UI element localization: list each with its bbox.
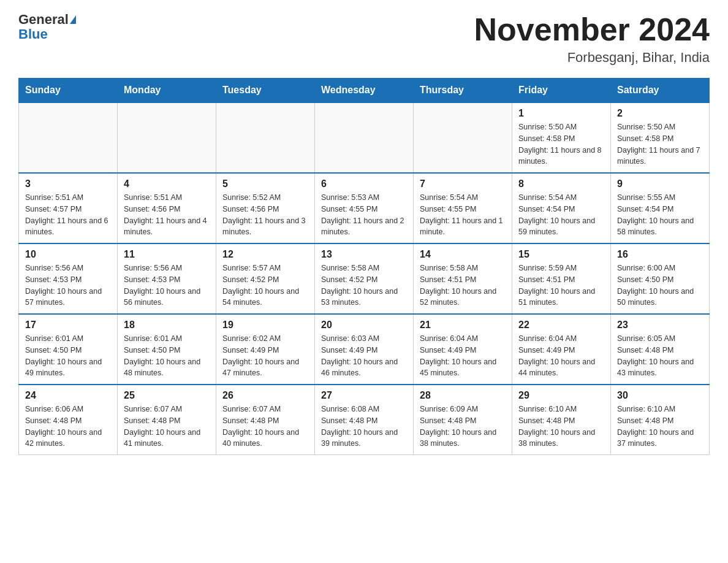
calendar-cell: 6Sunrise: 5:53 AM Sunset: 4:55 PM Daylig… <box>315 173 414 243</box>
calendar-header-wednesday: Wednesday <box>315 79 414 103</box>
calendar-cell: 10Sunrise: 5:56 AM Sunset: 4:53 PM Dayli… <box>19 243 118 314</box>
location-title: Forbesganj, Bihar, India <box>474 50 710 66</box>
calendar-cell <box>19 102 118 173</box>
day-info: Sunrise: 5:51 AM Sunset: 4:57 PM Dayligh… <box>25 192 111 238</box>
day-number: 24 <box>25 390 111 401</box>
calendar-header-friday: Friday <box>512 79 611 103</box>
calendar-cell: 7Sunrise: 5:54 AM Sunset: 4:55 PM Daylig… <box>414 173 512 243</box>
calendar-week-row: 24Sunrise: 6:06 AM Sunset: 4:48 PM Dayli… <box>19 385 710 455</box>
calendar-cell: 18Sunrise: 6:01 AM Sunset: 4:50 PM Dayli… <box>118 314 216 385</box>
day-number: 19 <box>222 320 308 331</box>
day-number: 3 <box>25 178 111 190</box>
day-number: 4 <box>124 178 210 190</box>
calendar-week-row: 17Sunrise: 6:01 AM Sunset: 4:50 PM Dayli… <box>19 314 710 385</box>
calendar-cell: 30Sunrise: 6:10 AM Sunset: 4:48 PM Dayli… <box>611 385 710 455</box>
day-number: 2 <box>617 108 703 119</box>
day-info: Sunrise: 6:08 AM Sunset: 4:48 PM Dayligh… <box>321 404 407 450</box>
title-area: November 2024 Forbesganj, Bihar, India <box>474 12 710 66</box>
calendar-cell <box>216 102 315 173</box>
calendar-cell: 9Sunrise: 5:55 AM Sunset: 4:54 PM Daylig… <box>611 173 710 243</box>
day-info: Sunrise: 6:10 AM Sunset: 4:48 PM Dayligh… <box>617 404 703 450</box>
calendar-cell: 22Sunrise: 6:04 AM Sunset: 4:49 PM Dayli… <box>512 314 611 385</box>
day-number: 26 <box>222 390 308 401</box>
page-header: General Blue November 2024 Forbesganj, B… <box>18 12 710 66</box>
calendar-header-saturday: Saturday <box>611 79 710 103</box>
day-info: Sunrise: 6:07 AM Sunset: 4:48 PM Dayligh… <box>124 404 210 450</box>
day-number: 18 <box>124 320 210 331</box>
calendar-cell: 3Sunrise: 5:51 AM Sunset: 4:57 PM Daylig… <box>19 173 118 243</box>
day-info: Sunrise: 5:58 AM Sunset: 4:51 PM Dayligh… <box>420 262 506 308</box>
day-info: Sunrise: 6:01 AM Sunset: 4:50 PM Dayligh… <box>124 333 210 379</box>
calendar-table: SundayMondayTuesdayWednesdayThursdayFrid… <box>18 78 710 455</box>
day-number: 25 <box>124 390 210 401</box>
day-number: 7 <box>420 178 506 190</box>
calendar-cell: 12Sunrise: 5:57 AM Sunset: 4:52 PM Dayli… <box>216 243 315 314</box>
day-info: Sunrise: 5:52 AM Sunset: 4:56 PM Dayligh… <box>222 192 308 238</box>
day-info: Sunrise: 6:04 AM Sunset: 4:49 PM Dayligh… <box>518 333 604 379</box>
day-info: Sunrise: 6:09 AM Sunset: 4:48 PM Dayligh… <box>420 404 506 450</box>
day-info: Sunrise: 5:50 AM Sunset: 4:58 PM Dayligh… <box>518 121 604 167</box>
calendar-cell: 27Sunrise: 6:08 AM Sunset: 4:48 PM Dayli… <box>315 385 414 455</box>
day-info: Sunrise: 5:57 AM Sunset: 4:52 PM Dayligh… <box>222 262 308 308</box>
calendar-cell <box>315 102 414 173</box>
calendar-cell: 19Sunrise: 6:02 AM Sunset: 4:49 PM Dayli… <box>216 314 315 385</box>
day-info: Sunrise: 6:00 AM Sunset: 4:50 PM Dayligh… <box>617 262 703 308</box>
day-info: Sunrise: 5:56 AM Sunset: 4:53 PM Dayligh… <box>25 262 111 308</box>
calendar-header-row: SundayMondayTuesdayWednesdayThursdayFrid… <box>19 79 710 103</box>
calendar-cell: 5Sunrise: 5:52 AM Sunset: 4:56 PM Daylig… <box>216 173 315 243</box>
logo: General Blue <box>18 12 76 42</box>
calendar-cell: 16Sunrise: 6:00 AM Sunset: 4:50 PM Dayli… <box>611 243 710 314</box>
calendar-header-monday: Monday <box>118 79 216 103</box>
logo-triangle-icon <box>70 15 76 24</box>
day-info: Sunrise: 6:01 AM Sunset: 4:50 PM Dayligh… <box>25 333 111 379</box>
day-number: 29 <box>518 390 604 401</box>
day-number: 8 <box>518 178 604 190</box>
day-info: Sunrise: 5:55 AM Sunset: 4:54 PM Dayligh… <box>617 192 703 238</box>
calendar-cell: 11Sunrise: 5:56 AM Sunset: 4:53 PM Dayli… <box>118 243 216 314</box>
day-number: 5 <box>222 178 308 190</box>
calendar-cell <box>414 102 512 173</box>
day-number: 17 <box>25 320 111 331</box>
day-number: 21 <box>420 320 506 331</box>
calendar-cell: 13Sunrise: 5:58 AM Sunset: 4:52 PM Dayli… <box>315 243 414 314</box>
day-info: Sunrise: 5:51 AM Sunset: 4:56 PM Dayligh… <box>124 192 210 238</box>
day-number: 15 <box>518 249 604 260</box>
calendar-header-tuesday: Tuesday <box>216 79 315 103</box>
day-info: Sunrise: 5:50 AM Sunset: 4:58 PM Dayligh… <box>617 121 703 167</box>
day-info: Sunrise: 5:56 AM Sunset: 4:53 PM Dayligh… <box>124 262 210 308</box>
day-info: Sunrise: 5:58 AM Sunset: 4:52 PM Dayligh… <box>321 262 407 308</box>
day-info: Sunrise: 5:53 AM Sunset: 4:55 PM Dayligh… <box>321 192 407 238</box>
day-number: 23 <box>617 320 703 331</box>
calendar-week-row: 3Sunrise: 5:51 AM Sunset: 4:57 PM Daylig… <box>19 173 710 243</box>
day-number: 13 <box>321 249 407 260</box>
calendar-header-sunday: Sunday <box>19 79 118 103</box>
day-info: Sunrise: 6:04 AM Sunset: 4:49 PM Dayligh… <box>420 333 506 379</box>
day-info: Sunrise: 5:59 AM Sunset: 4:51 PM Dayligh… <box>518 262 604 308</box>
calendar-header-thursday: Thursday <box>414 79 512 103</box>
calendar-cell: 15Sunrise: 5:59 AM Sunset: 4:51 PM Dayli… <box>512 243 611 314</box>
day-number: 10 <box>25 249 111 260</box>
day-number: 9 <box>617 178 703 190</box>
logo-general-text: General <box>18 12 69 27</box>
day-info: Sunrise: 6:02 AM Sunset: 4:49 PM Dayligh… <box>222 333 308 379</box>
calendar-cell: 28Sunrise: 6:09 AM Sunset: 4:48 PM Dayli… <box>414 385 512 455</box>
calendar-cell: 2Sunrise: 5:50 AM Sunset: 4:58 PM Daylig… <box>611 102 710 173</box>
calendar-week-row: 1Sunrise: 5:50 AM Sunset: 4:58 PM Daylig… <box>19 102 710 173</box>
day-number: 30 <box>617 390 703 401</box>
calendar-cell: 26Sunrise: 6:07 AM Sunset: 4:48 PM Dayli… <box>216 385 315 455</box>
day-number: 12 <box>222 249 308 260</box>
day-info: Sunrise: 5:54 AM Sunset: 4:54 PM Dayligh… <box>518 192 604 238</box>
day-number: 27 <box>321 390 407 401</box>
day-info: Sunrise: 6:06 AM Sunset: 4:48 PM Dayligh… <box>25 404 111 450</box>
day-number: 16 <box>617 249 703 260</box>
day-info: Sunrise: 6:05 AM Sunset: 4:48 PM Dayligh… <box>617 333 703 379</box>
day-info: Sunrise: 6:03 AM Sunset: 4:49 PM Dayligh… <box>321 333 407 379</box>
day-number: 22 <box>518 320 604 331</box>
calendar-cell: 24Sunrise: 6:06 AM Sunset: 4:48 PM Dayli… <box>19 385 118 455</box>
calendar-cell: 25Sunrise: 6:07 AM Sunset: 4:48 PM Dayli… <box>118 385 216 455</box>
day-info: Sunrise: 6:10 AM Sunset: 4:48 PM Dayligh… <box>518 404 604 450</box>
calendar-cell: 17Sunrise: 6:01 AM Sunset: 4:50 PM Dayli… <box>19 314 118 385</box>
day-number: 1 <box>518 108 604 119</box>
calendar-cell: 20Sunrise: 6:03 AM Sunset: 4:49 PM Dayli… <box>315 314 414 385</box>
day-number: 20 <box>321 320 407 331</box>
